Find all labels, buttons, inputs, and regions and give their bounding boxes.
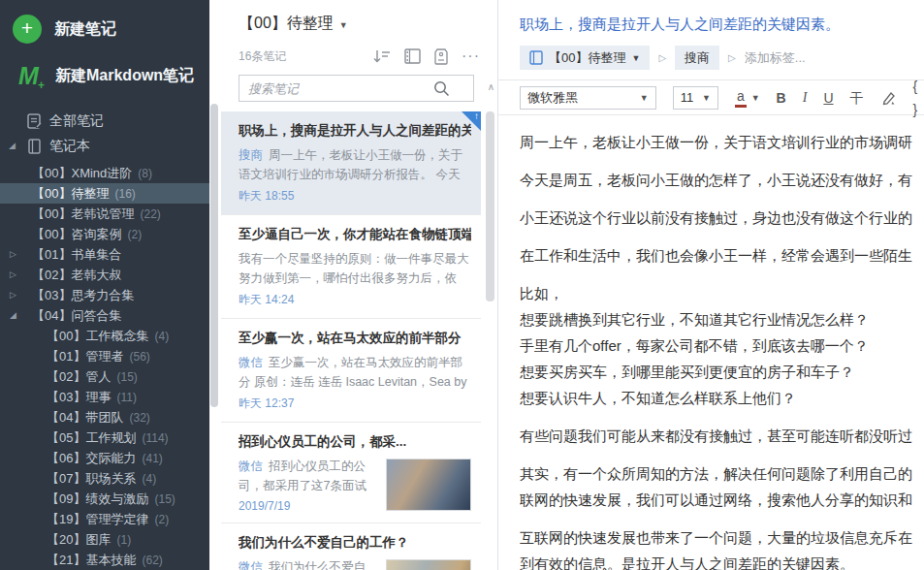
notebook-count: (41): [142, 452, 162, 465]
note-item-tag: 搜商: [239, 148, 263, 162]
note-item-excerpt: 我有一个尽量坚持的原则：做一件事尽最大努力做到第一，哪怕付出很多努力后，依然..…: [239, 249, 471, 288]
pin-arrow-icon: ↑: [474, 111, 479, 122]
notebook-label: 【05】工作规划: [47, 430, 136, 445]
notebook-label: 【20】图库: [47, 532, 111, 547]
chevron-down-icon: ▼: [640, 93, 649, 103]
app-window: + 新建笔记 M+ 新建Markdown笔记 全部笔记 ◢: [0, 0, 924, 570]
sidebar-notebook-item[interactable]: 【05】工作规划(114): [0, 428, 209, 448]
notebook-count: (4): [142, 472, 156, 486]
note-list-item[interactable]: 至少赢一次，站在马太效应的前半部分微信至少赢一次，站在马太效应的前半部分 原创：…: [221, 318, 481, 422]
note-item-title: 至少赢一次，站在马太效应的前半部分: [239, 330, 471, 347]
font-size-select[interactable]: 11 ▼: [673, 86, 718, 110]
notebook-count: (22): [140, 207, 160, 221]
all-notes-label: 全部笔记: [49, 112, 104, 130]
sidebar-notebook-item[interactable]: 【00】XMind进阶(8): [0, 163, 209, 183]
notebook-label: 【00】老韩说管理: [32, 206, 134, 221]
sidebar-notebook-item[interactable]: ▷【02】老韩大叔: [0, 265, 209, 285]
sidebar-notebook-item[interactable]: 【20】图库(1): [0, 529, 209, 550]
note-count: 16条笔记: [239, 48, 286, 65]
sidebar-notebook-item[interactable]: 【01】管理者(56): [0, 346, 209, 366]
content-line: 比如，: [520, 280, 924, 306]
note-item-excerpt: 微信招到心仪员工的公司，都采用了这7条面试规律 原...: [239, 457, 376, 495]
collapsed-expander-icon[interactable]: ▷: [10, 244, 16, 265]
sidebar-notebook-item[interactable]: 【21】基本技能(62): [0, 550, 209, 570]
new-note-label: 新建笔记: [54, 19, 116, 40]
note-list-item[interactable]: 至少逼自己一次，你才能站在食物链顶端我有一个尽量坚持的原则：做一件事尽最大努力做…: [221, 214, 481, 318]
notebook-title: 【00】待整理: [239, 14, 334, 34]
note-item-title: 招到心仪员工的公司，都采...: [239, 433, 471, 451]
sidebar-item-all-notes[interactable]: 全部笔记: [0, 109, 209, 134]
note-content[interactable]: 周一上午，老板让小王做一份，关于语文培训行业的市场调研今天是周五，老板问小王做的…: [498, 115, 924, 570]
markdown-logo-icon: M+: [13, 62, 44, 90]
note-list-scrollbar-thumb[interactable]: [486, 111, 494, 301]
underline-button[interactable]: U: [823, 86, 833, 110]
editor-tagbar: 【00】待整理 ▼ ▷ 搜商 ▷ 添加标签...: [498, 34, 924, 80]
note-item-excerpt: 微信至少赢一次，站在马太效应的前半部分 原创：连岳 连岳 Isaac Levit…: [239, 353, 471, 392]
note-item-date: 昨天 12:37: [239, 396, 471, 412]
notebook-count: (11): [116, 391, 136, 404]
highlighter-icon[interactable]: [880, 90, 897, 106]
notebook-title-dropdown[interactable]: 【00】待整理 ▼: [239, 14, 480, 34]
sidebar-scrollbar-thumb[interactable]: [210, 104, 218, 407]
note-title[interactable]: 职场上，搜商是拉开人与人之间差距的关键因素。: [498, 0, 924, 34]
note-item-title: 至少逼自己一次，你才能站在食物链顶端: [239, 226, 471, 243]
code-block-button[interactable]: { }: [913, 75, 924, 121]
sidebar-notebook-item[interactable]: 【00】老韩说管理(22): [0, 204, 209, 224]
notebook-label: 【01】管理者: [47, 349, 123, 364]
notebook-label: 【07】职场关系: [47, 471, 136, 486]
new-markdown-button[interactable]: M+ 新建Markdown笔记: [0, 45, 209, 91]
sidebar-notebook-item[interactable]: 【00】待整理(16): [0, 183, 209, 204]
tag-icon[interactable]: [434, 48, 448, 65]
note-item-body: 微信我们为什么不爱自己的工作？ 原创：连岳 连岳 Eri...2019/7/17: [239, 552, 471, 570]
search-icon[interactable]: [433, 80, 450, 97]
sidebar-notebook-item[interactable]: ◢【04】问答合集: [0, 305, 209, 326]
italic-button[interactable]: I: [803, 86, 808, 110]
sidebar-item-notebooks[interactable]: ◢ 笔记本: [0, 134, 209, 159]
notebook-icon: [27, 139, 42, 154]
sidebar-notebook-item[interactable]: 【07】职场关系(4): [0, 468, 209, 489]
notebook-count: (114): [142, 431, 168, 445]
add-tag-field[interactable]: 添加标签...: [745, 49, 806, 67]
notebook-label: 【02】老韩大叔: [32, 268, 121, 282]
expanded-expander-icon[interactable]: ◢: [9, 141, 16, 150]
notebook-count: (15): [154, 492, 175, 506]
collapsed-expander-icon[interactable]: ▷: [10, 265, 16, 285]
sidebar-notebook-item[interactable]: 【00】工作概念集(4): [0, 326, 209, 346]
sidebar-notebook-item[interactable]: 【00】咨询案例(2): [0, 224, 209, 244]
sidebar-notebook-item[interactable]: 【03】理事(11): [0, 387, 209, 407]
font-family-select[interactable]: 微软雅黑 ▼: [520, 86, 656, 110]
note-item-texts: 我有一个尽量坚持的原则：做一件事尽最大努力做到第一，哪怕付出很多努力后，依然..…: [239, 243, 471, 308]
font-family-value: 微软雅黑: [527, 89, 578, 107]
view-mode-icon[interactable]: [404, 48, 421, 64]
sidebar-notebook-item[interactable]: 【04】带团队(32): [0, 407, 209, 428]
bold-button[interactable]: B: [777, 86, 786, 110]
sidebar-notebook-item[interactable]: 【06】交际能力(41): [0, 448, 209, 468]
tag-chip[interactable]: 搜商: [675, 46, 719, 70]
sidebar-notebook-item[interactable]: 【02】管人(15): [0, 366, 209, 387]
note-item-texts: 微信招到心仪员工的公司，都采用了这7条面试规律 原...2019/7/19: [239, 451, 376, 513]
sidebar-notebook-item[interactable]: ▷【01】书单集合: [0, 244, 209, 265]
collapsed-expander-icon[interactable]: ▷: [10, 285, 16, 305]
sidebar-notebook-item[interactable]: ▷【03】思考力合集: [0, 285, 209, 305]
more-icon[interactable]: ···: [462, 48, 480, 65]
collapse-chevron-icon[interactable]: ∧: [488, 81, 494, 92]
font-color-button[interactable]: a ▼: [735, 88, 760, 108]
sidebar-notebook-item[interactable]: 【09】绩效与激励(15): [0, 489, 209, 509]
new-note-button[interactable]: + 新建笔记: [0, 0, 209, 45]
note-list-item[interactable]: 招到心仪员工的公司，都采...微信招到心仪员工的公司，都采用了这7条面试规律 原…: [221, 422, 481, 522]
notebook-label: 【01】书单集合: [32, 247, 121, 262]
notebook-selector-chip[interactable]: 【00】待整理 ▼: [520, 46, 650, 70]
sidebar-notebook-item[interactable]: 【19】管理学定律(2): [0, 509, 209, 529]
strikethrough-button[interactable]: 干: [850, 86, 864, 110]
expanded-expander-icon[interactable]: ◢: [10, 305, 16, 326]
note-item-date: 昨天 18:55: [239, 188, 471, 205]
font-color-letter: a: [735, 88, 747, 108]
content-line: 到有效的信息。是拉开人与人之间差距的关键因素。: [520, 551, 924, 570]
note-list-item[interactable]: ↑职场上，搜商是拉开人与人之间差距的关键...搜商周一上午，老板让小王做一份，关…: [221, 111, 481, 214]
notebook-label: 【06】交际能力: [47, 451, 136, 465]
notebook-count: (15): [116, 370, 137, 384]
plus-icon: +: [13, 15, 42, 44]
note-list-item[interactable]: 我们为什么不爱自己的工作？微信我们为什么不爱自己的工作？ 原创：连岳 连岳 Er…: [221, 522, 481, 570]
notebook-label: 【21】基本技能: [47, 553, 136, 567]
sort-icon[interactable]: [372, 49, 391, 64]
